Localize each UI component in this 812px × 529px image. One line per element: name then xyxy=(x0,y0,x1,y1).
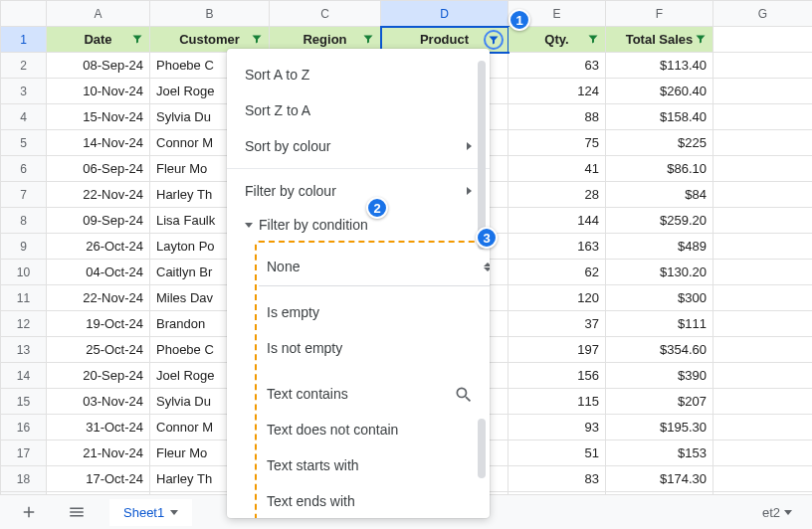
cell-qty[interactable]: 83 xyxy=(508,466,606,492)
cell-sales[interactable]: $300 xyxy=(606,285,713,311)
cell-date[interactable]: 15-Nov-24 xyxy=(47,104,150,130)
cell-empty[interactable] xyxy=(713,104,813,130)
cell-date[interactable]: 06-Sep-24 xyxy=(47,156,150,182)
row-header[interactable]: 3 xyxy=(1,79,47,104)
cell-sales[interactable]: $390 xyxy=(606,363,713,389)
filter-icon[interactable] xyxy=(484,30,504,50)
filter-icon[interactable] xyxy=(587,33,601,47)
cell-date[interactable]: 10-Nov-24 xyxy=(47,79,150,104)
condition-is-empty[interactable]: Is empty xyxy=(259,294,478,330)
add-sheet-button[interactable] xyxy=(14,499,44,525)
cell-empty[interactable] xyxy=(713,156,813,182)
cell-empty[interactable] xyxy=(713,130,813,156)
cell-sales[interactable]: $260.40 xyxy=(606,79,713,104)
row-header[interactable]: 17 xyxy=(1,441,47,466)
cell-empty[interactable] xyxy=(713,260,813,285)
cell-empty[interactable] xyxy=(713,389,813,415)
search-icon[interactable] xyxy=(454,385,474,405)
cell-date[interactable]: 14-Nov-24 xyxy=(47,130,150,156)
cell-empty[interactable] xyxy=(713,363,813,389)
row-header[interactable]: 11 xyxy=(1,285,47,311)
cell-qty[interactable]: 163 xyxy=(508,234,606,260)
cell-sales[interactable]: $130.20 xyxy=(606,260,713,285)
cell-empty[interactable] xyxy=(713,466,813,492)
cell-sales[interactable]: $354.60 xyxy=(606,337,713,363)
cell-g1[interactable] xyxy=(713,27,813,53)
cell-date[interactable]: 26-Oct-24 xyxy=(47,234,150,260)
condition-is-not-empty[interactable]: Is not empty xyxy=(259,330,478,366)
cell-empty[interactable] xyxy=(713,311,813,337)
cell-qty[interactable]: 88 xyxy=(508,104,606,130)
cell-empty[interactable] xyxy=(713,234,813,260)
cell-qty[interactable]: 156 xyxy=(508,363,606,389)
col-header-f[interactable]: F xyxy=(606,1,713,27)
cell-date[interactable]: 31-Oct-24 xyxy=(47,415,150,441)
panel-scrollbar[interactable] xyxy=(478,61,486,506)
cell-date[interactable]: 19-Oct-24 xyxy=(47,311,150,337)
col-header-g[interactable]: G xyxy=(713,1,813,27)
sort-za[interactable]: Sort Z to A xyxy=(227,92,490,128)
cell-sales[interactable]: $111 xyxy=(606,311,713,337)
cell-qty[interactable]: 75 xyxy=(508,130,606,156)
cell-sales[interactable]: $195.30 xyxy=(606,415,713,441)
filter-icon[interactable] xyxy=(362,33,376,47)
row-header[interactable]: 2 xyxy=(1,53,47,79)
condition-text-starts[interactable]: Text starts with xyxy=(259,447,478,483)
filter-icon[interactable] xyxy=(695,33,709,47)
cell-date[interactable]: 20-Sep-24 xyxy=(47,363,150,389)
cell-empty[interactable] xyxy=(713,79,813,104)
cell-date[interactable]: 09-Sep-24 xyxy=(47,208,150,234)
row-header[interactable]: 4 xyxy=(1,104,47,130)
cell-empty[interactable] xyxy=(713,337,813,363)
condition-text-not-contain[interactable]: Text does not contain xyxy=(259,412,478,447)
condition-none[interactable]: None xyxy=(259,249,478,284)
row-header[interactable]: 6 xyxy=(1,156,47,182)
cell-qty[interactable]: 115 xyxy=(508,389,606,415)
cell-sales[interactable]: $225 xyxy=(606,130,713,156)
row-header[interactable]: 12 xyxy=(1,311,47,337)
row-header[interactable]: 18 xyxy=(1,466,47,492)
row-header-1[interactable]: 1 xyxy=(1,27,47,53)
cell-qty[interactable]: 93 xyxy=(508,415,606,441)
row-header[interactable]: 13 xyxy=(1,337,47,363)
cell-empty[interactable] xyxy=(713,441,813,466)
row-header[interactable]: 9 xyxy=(1,234,47,260)
filter-icon[interactable] xyxy=(131,33,145,47)
cell-empty[interactable] xyxy=(713,285,813,311)
cell-date[interactable]: 04-Oct-24 xyxy=(47,260,150,285)
col-header-a[interactable]: A xyxy=(47,1,150,27)
condition-text-ends[interactable]: Text ends with xyxy=(259,483,478,518)
cell-qty[interactable]: 120 xyxy=(508,285,606,311)
filter-icon[interactable] xyxy=(251,33,265,47)
cell-qty[interactable]: 124 xyxy=(508,79,606,104)
row-header[interactable]: 5 xyxy=(1,130,47,156)
row-header[interactable]: 8 xyxy=(1,208,47,234)
col-header-c[interactable]: C xyxy=(270,1,381,27)
cell-date[interactable]: 21-Nov-24 xyxy=(47,441,150,466)
cell-sales[interactable]: $158.40 xyxy=(606,104,713,130)
condition-text-contains[interactable]: Text contains xyxy=(259,376,478,412)
cell-sales[interactable]: $113.40 xyxy=(606,53,713,79)
cell-date[interactable]: 08-Sep-24 xyxy=(47,53,150,79)
sort-by-colour[interactable]: Sort by colour xyxy=(227,128,490,164)
cell-date[interactable]: 22-Nov-24 xyxy=(47,285,150,311)
cell-sales[interactable]: $86.10 xyxy=(606,156,713,182)
row-header[interactable]: 14 xyxy=(1,363,47,389)
row-header[interactable]: 10 xyxy=(1,260,47,285)
cell-qty[interactable]: 28 xyxy=(508,182,606,208)
header-date[interactable]: Date xyxy=(47,27,150,53)
filter-by-condition[interactable]: Filter by condition xyxy=(227,209,490,241)
col-header-d[interactable]: D xyxy=(381,1,508,27)
col-header-b[interactable]: B xyxy=(150,1,270,27)
cell-empty[interactable] xyxy=(713,53,813,79)
filter-by-colour[interactable]: Filter by colour xyxy=(227,173,490,209)
cell-qty[interactable]: 197 xyxy=(508,337,606,363)
cell-qty[interactable]: 51 xyxy=(508,441,606,466)
cell-empty[interactable] xyxy=(713,208,813,234)
row-header[interactable]: 16 xyxy=(1,415,47,441)
cell-sales[interactable]: $84 xyxy=(606,182,713,208)
all-sheets-button[interactable] xyxy=(62,499,92,525)
cell-date[interactable]: 22-Nov-24 xyxy=(47,182,150,208)
cell-sales[interactable]: $259.20 xyxy=(606,208,713,234)
cell-sales[interactable]: $153 xyxy=(606,441,713,466)
